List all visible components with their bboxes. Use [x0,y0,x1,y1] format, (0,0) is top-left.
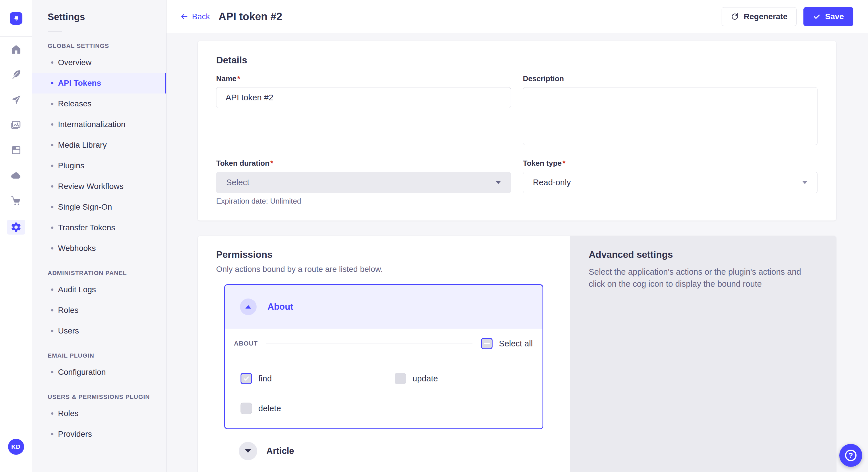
token-duration-select[interactable]: Select [216,172,511,193]
users-permissions-list: Roles Providers [32,403,166,444]
name-field-group: Name* [216,74,511,146]
regenerate-label: Regenerate [744,12,787,21]
update-checkbox[interactable] [395,373,406,384]
sidebar-item-admin-users[interactable]: Users [32,321,166,341]
page-header: Back API token #2 Regenerate Save [166,0,868,33]
delete-checkbox-label[interactable]: delete [258,404,281,413]
sidebar-item-review-workflows[interactable]: Review Workflows [32,176,166,197]
accordion-article-title: Article [267,446,294,456]
sidebar-item-plugins[interactable]: Plugins [32,156,166,176]
expiration-hint: Expiration date: Unlimited [216,197,511,206]
strapi-logo[interactable] [10,12,22,25]
accordion-article-header[interactable]: Article [224,442,552,460]
token-type-select[interactable]: Read-only [523,172,818,193]
token-type-label: Token type* [523,159,818,168]
section-label-administration-panel: ADMINISTRATION PANEL [48,270,166,276]
about-group-label: ABOUT [234,340,258,347]
token-duration-required-mark: * [270,159,273,167]
token-type-required-mark: * [563,159,565,167]
sidebar-title: Settings [48,11,166,22]
permission-action-delete: delete [241,403,395,414]
logo-section [0,0,32,37]
token-duration-label-text: Token duration [216,159,270,167]
accordion-about-title: About [268,302,293,312]
save-button[interactable]: Save [803,7,854,26]
settings-gear-icon[interactable] [7,220,25,235]
about-group-row: ABOUT Select all [225,338,542,349]
home-icon[interactable] [10,43,22,56]
sidebar-item-media-library[interactable]: Media Library [32,135,166,156]
name-required-mark: * [237,74,240,83]
email-plugin-list: Configuration [32,362,166,382]
name-input[interactable] [216,87,511,108]
page-title: API token #2 [218,11,282,23]
section-label-email-plugin: EMAIL PLUGIN [48,352,166,359]
sidebar-item-audit-logs[interactable]: Audit Logs [32,279,166,300]
sidebar-item-releases[interactable]: Releases [32,94,166,114]
section-label-global-settings: GLOBAL SETTINGS [48,42,166,49]
sidebar-item-email-configuration[interactable]: Configuration [32,362,166,382]
sidebar-item-up-roles[interactable]: Roles [32,403,166,424]
help-button[interactable]: ? [839,444,862,467]
description-field-group: Description [523,74,818,146]
details-form-grid: Name* Description Token duration* Select [216,74,817,206]
update-checkbox-label[interactable]: update [412,374,438,383]
details-card: Details Name* Description Token dur [198,41,836,221]
permissions-heading: Permissions [216,249,552,260]
select-all-checkbox[interactable] [481,338,493,349]
check-icon [243,375,250,382]
layout-icon[interactable] [10,144,22,157]
accordion-about: About ABOUT Select all [224,284,544,429]
select-all-label[interactable]: Select all [499,339,533,348]
description-textarea[interactable] [523,87,818,145]
token-duration-value: Select [226,178,249,187]
advanced-settings-heading: Advanced settings [589,249,819,260]
permissions-panel: Permissions Only actions bound by a rout… [198,236,570,472]
section-label-users-permissions-plugin: USERS & PERMISSIONS PLUGIN [48,394,166,400]
collapse-toggle-button[interactable] [240,299,257,315]
sidebar-item-admin-roles[interactable]: Roles [32,300,166,321]
media-library-icon[interactable] [10,119,22,131]
back-link[interactable]: Back [180,12,210,21]
chevron-down-icon [802,181,807,184]
sidebar-item-webhooks[interactable]: Webhooks [32,238,166,259]
chevron-down-icon [245,449,251,453]
rail-nav [7,43,25,235]
advanced-settings-panel: Advanced settings Select the application… [570,236,836,472]
regenerate-button[interactable]: Regenerate [722,7,797,26]
permissions-subtitle: Only actions bound by a route are listed… [216,265,552,274]
page-content: Details Name* Description Token dur [166,33,868,472]
main-area: Back API token #2 Regenerate Save Detail… [166,0,868,472]
delete-checkbox[interactable] [241,403,252,414]
sidebar-item-internationalization[interactable]: Internationalization [32,114,166,135]
sidebar-item-up-providers[interactable]: Providers [32,424,166,444]
sidebar-title-divider [48,31,62,32]
accordion-about-header[interactable]: About [225,285,542,329]
sidebar-item-api-tokens[interactable]: API Tokens [32,73,166,94]
feather-icon[interactable] [10,68,22,81]
group-divider-line [267,343,472,344]
help-icon: ? [845,450,857,461]
details-heading: Details [216,55,817,66]
description-label: Description [523,74,818,83]
name-label-text: Name [216,74,237,83]
paper-plane-icon[interactable] [10,94,22,106]
token-duration-label: Token duration* [216,159,511,168]
description-label-text: Description [523,74,564,83]
user-avatar[interactable]: KD [8,439,24,455]
sidebar-item-overview[interactable]: Overview [32,52,166,73]
expand-toggle-button[interactable] [239,442,257,460]
global-settings-list: Overview API Tokens Releases Internation… [32,52,166,259]
token-type-value: Read-only [533,178,571,187]
cart-icon[interactable] [10,194,22,207]
rail-bottom: KD [0,431,32,472]
icon-rail: KD [0,0,32,472]
token-type-field-group: Token type* Read-only [523,159,818,206]
sidebar-item-transfer-tokens[interactable]: Transfer Tokens [32,217,166,238]
find-checkbox[interactable] [241,373,252,384]
find-checkbox-label[interactable]: find [258,374,272,383]
sidebar-item-single-sign-on[interactable]: Single Sign-On [32,197,166,217]
name-label: Name* [216,74,511,83]
cloud-icon[interactable] [10,169,22,182]
permissions-actions-grid: find update delete [225,373,542,414]
